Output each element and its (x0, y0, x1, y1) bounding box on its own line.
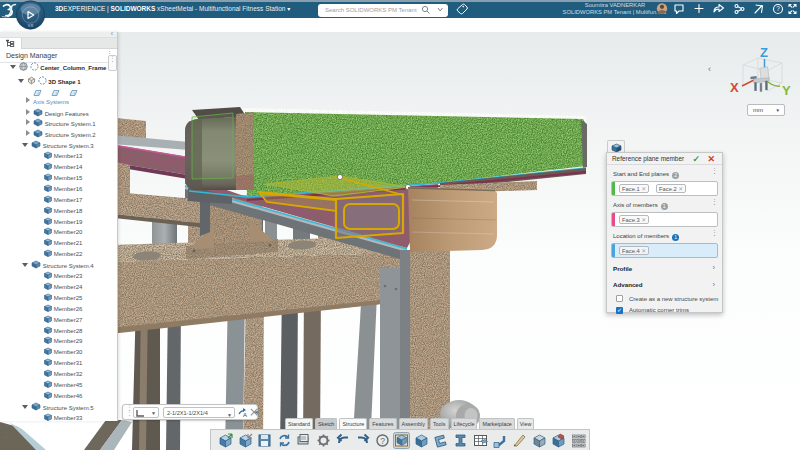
svg-text:?: ? (776, 5, 780, 12)
svg-text:?: ? (380, 436, 385, 446)
svg-text:Y: Y (782, 83, 791, 98)
svg-text:V.R: V.R (28, 24, 34, 28)
svg-text:A: A (243, 412, 247, 418)
svg-text:Z: Z (760, 45, 768, 60)
svg-text:X: X (730, 80, 739, 95)
